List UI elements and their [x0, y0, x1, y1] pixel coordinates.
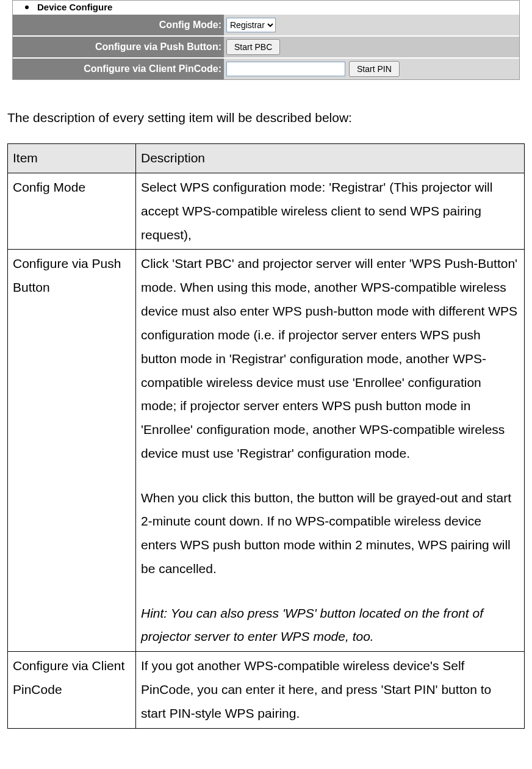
device-configure-panel: Device Configure Config Mode: Registrar … — [12, 0, 520, 80]
intro-text: The description of every setting item wi… — [7, 110, 525, 125]
panel-header: Device Configure — [13, 1, 519, 13]
table-row: Configure via Push Button Click 'Start P… — [8, 250, 525, 652]
panel-title: Device Configure — [37, 2, 112, 12]
desc-p1: Click 'Start PBC' and projector server w… — [141, 256, 517, 460]
bullet-icon — [25, 5, 29, 9]
table-row: Configure via Client PinCode If you got … — [8, 652, 525, 729]
row-push-button: Configure via Push Button: Start PBC — [13, 35, 519, 57]
cell-desc: Select WPS configuration mode: 'Registra… — [136, 173, 525, 250]
header-item: Item — [8, 144, 136, 173]
desc-p2: When you click this button, the button w… — [141, 491, 511, 576]
cell-desc: Click 'Start PBC' and projector server w… — [136, 250, 525, 652]
row-pincode: Configure via Client PinCode: Start PIN — [13, 57, 519, 79]
header-description: Description — [136, 144, 525, 173]
row-config-mode: Config Mode: Registrar — [13, 13, 519, 35]
control-push-button: Start PBC — [224, 37, 519, 57]
cell-item: Config Mode — [8, 173, 136, 250]
cell-item: Configure via Client PinCode — [8, 652, 136, 729]
control-pincode: Start PIN — [224, 59, 519, 79]
desc-hint: Hint: You can also press 'WPS' button lo… — [141, 606, 483, 644]
start-pin-button[interactable]: Start PIN — [349, 61, 400, 77]
table-header-row: Item Description — [8, 144, 525, 173]
description-table: Item Description Config Mode Select WPS … — [7, 143, 525, 729]
pincode-input[interactable] — [226, 62, 345, 76]
table-row: Config Mode Select WPS configuration mod… — [8, 173, 525, 250]
cell-item: Configure via Push Button — [8, 250, 136, 652]
label-pincode: Configure via Client PinCode: — [13, 59, 224, 79]
config-mode-select[interactable]: Registrar — [226, 18, 276, 32]
cell-desc: If you got another WPS-compatible wirele… — [136, 652, 525, 729]
control-config-mode: Registrar — [224, 15, 519, 35]
label-push-button: Configure via Push Button: — [13, 37, 224, 57]
start-pbc-button[interactable]: Start PBC — [226, 39, 280, 55]
label-config-mode: Config Mode: — [13, 15, 224, 35]
